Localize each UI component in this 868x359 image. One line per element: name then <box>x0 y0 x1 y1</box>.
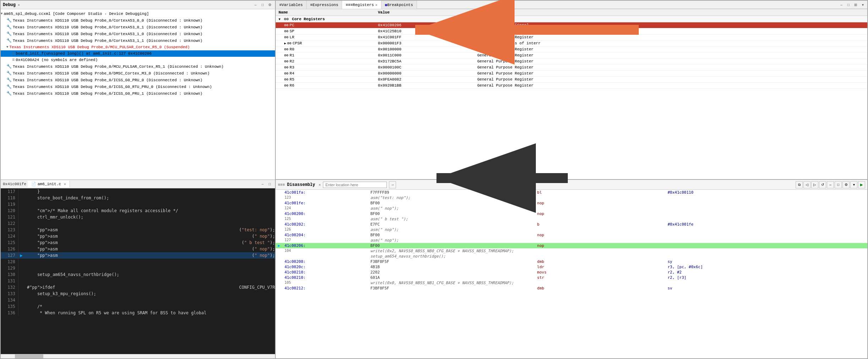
reg-value[interactable]: 0x0FEA0082 <box>375 77 474 83</box>
tree-item[interactable]: ≡board_init_f(unsigned long)() at am6_in… <box>1 50 275 57</box>
disasm-row[interactable]: 41c00210: 601A str r2, [r3] <box>276 275 867 280</box>
code-line: 118 store_boot_index_from_rom(); <box>1 195 275 201</box>
disasm-run-btn[interactable]: ▶ <box>858 181 865 188</box>
reg-value[interactable]: 0x41C001FF <box>375 34 474 40</box>
register-row[interactable]: ⚙⚙R5 0x0FEA0082 General Purpose Register <box>276 77 867 83</box>
tree-item[interactable]: ▼Texas Instruments XDS110 USB Debug Prob… <box>1 44 275 50</box>
source-tab-close[interactable]: ✕ <box>64 182 66 186</box>
debug-toolbar: – □ ⚙ <box>252 2 273 8</box>
disasm-row[interactable]: 41c0020c: 4B1B ldr r3, [pc, #0x6c] <box>276 264 867 270</box>
disasm-row[interactable]: 41c00212: F3BF8F5F dmb sv <box>276 286 867 291</box>
disasm-row[interactable]: setup_am654_navss_northbridge(); <box>276 254 867 259</box>
disasm-row[interactable]: 123 asm("test: nop"); <box>276 195 867 200</box>
disasm-sync-btn[interactable]: ↺ <box>819 181 826 188</box>
tree-item[interactable]: 🔧Texas Instruments XDS110 USB Debug Prob… <box>1 77 275 83</box>
debug-close-icon[interactable]: ✕ <box>18 3 20 7</box>
register-row[interactable]: ⚙⚙R0 0x00100000 General Purpose Register <box>276 46 867 53</box>
tree-item[interactable]: 🔧Texas Instruments XDS110 USB Debug Prob… <box>1 63 275 70</box>
register-row[interactable]: ⚙⚙R1 0x0011C000 General Purpose Register <box>276 53 867 59</box>
registers-collapse-btn[interactable]: – <box>838 1 845 8</box>
disasm-maximize-btn[interactable]: □ <box>835 181 842 188</box>
register-row[interactable]: ⚙⚙R3 0x0000100C General Purpose Register <box>276 65 867 71</box>
register-row[interactable]: ⚙⚙R2 0xD172BC5A General Purpose Register <box>276 59 867 65</box>
register-row[interactable]: ▶⚙⚙CPSR 0x000001F3 Stores the status of … <box>276 40 867 46</box>
code-line: 127 ▶ "pp">asm(" nop"); <box>1 252 275 259</box>
disasm-source-indicator <box>276 248 282 254</box>
disasm-row[interactable]: 41c00210: 2202 movs r2, #2 <box>276 270 867 275</box>
register-row[interactable]: ⚙⚙R4 0x00000000 General Purpose Register <box>276 71 867 77</box>
disasm-row[interactable]: 41c00202: E7FC b #0x41c001fe <box>276 222 867 227</box>
tab-expressions[interactable]: ≡ Expressions <box>307 1 342 9</box>
register-row[interactable]: ⚙⚙LR 0x41C001FF General Purpose Register <box>276 34 867 40</box>
disasm-row[interactable]: 125 asm(" b test "); <box>276 216 867 222</box>
reg-name: ⚙⚙LR <box>276 34 375 40</box>
reg-value[interactable]: 0x0000100C <box>375 65 474 71</box>
debug-maximize-btn[interactable]: □ <box>259 2 266 8</box>
disasm-source-content: setup_am654_navss_northbridge(); <box>368 254 867 259</box>
register-group-row[interactable]: ▼ ⚙⚙ Core Registers <box>276 16 867 22</box>
reg-desc: General Purpose Register <box>474 77 867 83</box>
disasm-row[interactable]: 127 asm(" nop"); <box>276 238 867 243</box>
reg-value[interactable]: 0x0011C000 <box>375 53 474 59</box>
tree-item[interactable]: 🔧Texas Instruments XDS110 USB Debug Prob… <box>1 24 275 31</box>
disasm-copy-btn[interactable]: ⧉ <box>796 181 803 188</box>
disasm-row[interactable]: 41c00204: BF00 nop <box>276 232 867 238</box>
disasm-row[interactable]: 41c001fe: BF00 nop <box>276 200 867 206</box>
reg-value[interactable]: 0x00100000 <box>375 46 474 53</box>
disasm-row[interactable]: ▶ 41c00206: BF00 nop <box>276 243 867 248</box>
tree-item[interactable]: 🔧Texas Instruments XDS110 USB Debug Prob… <box>1 70 275 77</box>
registers-expand-btn[interactable]: □ <box>845 1 852 8</box>
register-row[interactable]: ⚙⚙SP 0x41C25B10 General Purpose Register <box>276 28 867 34</box>
register-row[interactable]: ⚙⚙R6 0x0920B1BB General Purpose Register <box>276 83 867 89</box>
reg-value[interactable]: 0x00000000 <box>375 71 474 77</box>
line-content: /* <box>24 303 275 310</box>
disasm-row[interactable]: 104 writel(0x2, NAVSS0_NBSS_NB0_CFG_BASE… <box>276 248 867 254</box>
disasm-go-btn[interactable]: → <box>389 181 396 188</box>
disasm-row[interactable]: 41c00200: BF00 nop <box>276 211 867 216</box>
source-file-tab[interactable]: 📄 am6_init.c ✕ <box>28 181 70 187</box>
registers-settings-btn[interactable]: ⊞ <box>852 1 859 8</box>
registers-tab-close[interactable]: ✕ <box>375 3 378 7</box>
tab-breakpoints[interactable]: ◉ Breakpoints <box>381 1 417 9</box>
code-line: 124 "pp">asm(" nop"); <box>1 233 275 239</box>
tree-item[interactable]: 🔧Texas Instruments XDS110 USB Debug Prob… <box>1 83 275 90</box>
registers-menu-btn[interactable]: ▾ <box>859 1 866 8</box>
reg-value[interactable]: 0x41C25B10 <box>375 28 474 34</box>
tab-variables[interactable]: ≡ Variables <box>276 1 307 9</box>
disasm-row[interactable]: 126 asm(" nop"); <box>276 227 867 232</box>
disasm-minimize-btn[interactable]: – <box>827 181 834 188</box>
enter-location-input[interactable] <box>323 182 387 188</box>
reg-icon: ⚙⚙ <box>284 72 289 76</box>
disasm-row[interactable]: 41c00208: F3BF8F5F dmb sy <box>276 259 867 264</box>
debug-minimize-btn[interactable]: – <box>252 2 259 8</box>
disasm-source-indicator <box>276 216 282 222</box>
disasm-row[interactable]: 124 asm(" nop"); <box>276 206 867 211</box>
disassembly-tab-close[interactable]: ✕ <box>319 183 321 187</box>
reg-name: ⚙⚙R3 <box>276 65 375 71</box>
disasm-row[interactable]: 41c001fa: F7FFFF89 bl #0x41c00110 <box>276 190 867 195</box>
disasm-prev-btn[interactable]: ◁ <box>803 181 811 188</box>
tree-probe-icon: 🔧 <box>6 64 12 69</box>
register-row[interactable]: ⚙⚙PC 0x41C00206 Program Counter [Core] <box>276 22 867 28</box>
tree-item[interactable]: 🔧Texas Instruments XDS110 USB Debug Prob… <box>1 17 275 24</box>
disasm-settings-btn[interactable]: ⚙ <box>842 181 850 188</box>
source-minimize-btn[interactable]: – <box>259 181 266 187</box>
tree-item[interactable]: ≡0x41C00A24 (no symbols are defined) <box>1 57 275 63</box>
debug-settings-btn[interactable]: ⚙ <box>267 2 273 8</box>
source-maximize-btn[interactable]: □ <box>267 181 273 187</box>
breakpoints-tab-label: Breakpoints <box>387 3 413 7</box>
tree-item[interactable]: 🔧Texas Instruments XDS110 USB Debug Prob… <box>1 31 275 37</box>
reg-value[interactable]: 0x000001F3 <box>375 40 474 46</box>
tab-registers[interactable]: ≡≡≡ Registers ✕ <box>342 1 381 9</box>
disasm-menu-btn[interactable]: ▾ <box>850 181 857 188</box>
tree-item[interactable]: 🔧Texas Instruments XDS110 USB Debug Prob… <box>1 90 275 97</box>
tree-item[interactable]: ▼am65_spl_debug.ccxml [Code Composer Stu… <box>1 11 275 17</box>
reg-value[interactable]: 0xD172BC5A <box>375 59 474 65</box>
source-scrollbar[interactable] <box>1 354 275 358</box>
tree-item[interactable]: 🔧Texas Instruments XDS110 USB Debug Prob… <box>1 37 275 44</box>
disasm-next-btn[interactable]: ▷ <box>811 181 818 188</box>
reg-value[interactable]: 0x41C00206 <box>375 22 474 28</box>
reg-value[interactable]: 0x0920B1BB <box>375 83 474 89</box>
disasm-row[interactable]: 105 writel(0x0, NAVSS0_NBSS_NB1_CFG_BASE… <box>276 280 867 286</box>
code-line: 135 /* <box>1 303 275 310</box>
